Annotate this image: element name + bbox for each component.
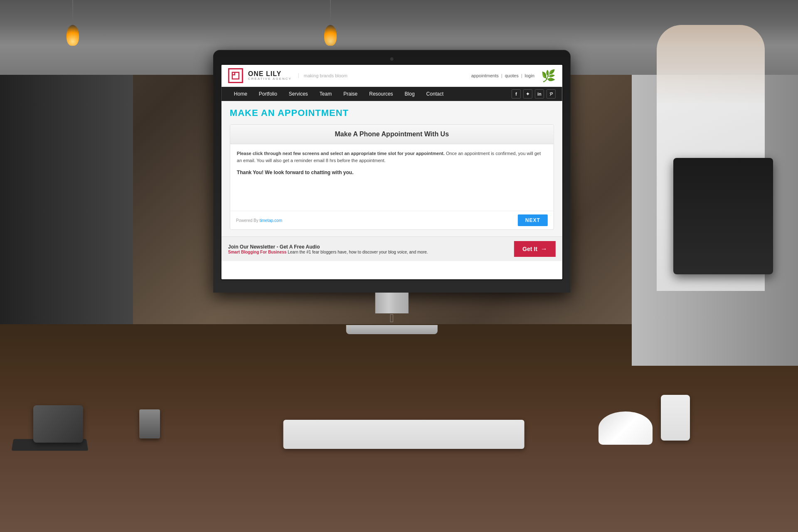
imac-bezel: ONE LILY CREATIVE AGENCY making brands b…: [213, 50, 571, 293]
newsletter-sub-bold: Smart Blogging For Business: [228, 250, 287, 254]
login-link[interactable]: login: [525, 73, 534, 78]
nav-blog[interactable]: Blog: [399, 87, 421, 101]
page-content: MAKE AN APPOINTMENT Make A Phone Appoint…: [222, 101, 562, 236]
earbuds-object: [598, 411, 653, 445]
newsletter-text: Join Our Newsletter - Get A Free Audio S…: [228, 244, 510, 254]
nav-contact[interactable]: Contact: [421, 87, 449, 101]
appointment-box: Make A Phone Appointment With Us Please …: [230, 124, 554, 230]
website: ONE LILY CREATIVE AGENCY making brands b…: [222, 65, 562, 279]
nav-social: f ✦ in 𝓟: [512, 89, 556, 99]
imac-outer: ONE LILY CREATIVE AGENCY making brands b…: [213, 50, 571, 334]
svg-rect-0: [232, 72, 239, 79]
arrow-icon: →: [541, 245, 547, 253]
imac-stand-base: [346, 325, 438, 334]
page-title: MAKE AN APPOINTMENT: [230, 108, 554, 118]
nav-services[interactable]: Services: [283, 87, 314, 101]
logo-icon: [228, 68, 243, 83]
phone-object: [661, 395, 690, 441]
laptop-object: [673, 158, 773, 274]
nav-bar: Home Portfolio Services Team Praise Reso…: [222, 87, 562, 101]
logo-text: ONE LILY CREATIVE AGENCY: [248, 70, 292, 81]
get-it-button[interactable]: Get It →: [514, 241, 556, 257]
camera-object: [33, 405, 83, 443]
logo-tagline: making brands bloom: [298, 73, 347, 78]
logo-svg: [232, 71, 240, 80]
website-header: ONE LILY CREATIVE AGENCY making brands b…: [222, 65, 562, 87]
appointment-footer: Powered By timetap.com NEXT: [230, 211, 554, 229]
twitter-icon[interactable]: ✦: [523, 89, 532, 99]
nav-home[interactable]: Home: [228, 87, 253, 101]
apple-logo: : [213, 312, 571, 325]
leaf-logo-icon: 🌿: [541, 69, 556, 83]
linkedin-icon[interactable]: in: [535, 89, 544, 99]
next-button[interactable]: NEXT: [518, 214, 548, 226]
facebook-icon[interactable]: f: [512, 89, 521, 99]
logo-area: ONE LILY CREATIVE AGENCY making brands b…: [228, 68, 347, 83]
pinterest-icon[interactable]: 𝓟: [547, 89, 556, 99]
appointments-link[interactable]: appointments: [471, 73, 499, 78]
newsletter-bar: Join Our Newsletter - Get A Free Audio S…: [222, 236, 562, 261]
timetap-link[interactable]: timetap.com: [260, 218, 282, 223]
quotes-link[interactable]: quotes: [505, 73, 519, 78]
nav-resources[interactable]: Resources: [363, 87, 399, 101]
ceiling-light-left: [66, 0, 79, 46]
get-it-label: Get It: [522, 246, 537, 252]
imac-stand-neck: [375, 293, 409, 313]
left-wall: [0, 75, 133, 324]
appointment-intro: Please click through next few screens an…: [237, 150, 547, 164]
powered-by-label: Powered By: [236, 218, 259, 223]
appointment-header: Make A Phone Appointment With Us: [230, 125, 554, 144]
appointment-body: Please click through next few screens an…: [230, 144, 554, 211]
separator-2: |: [521, 73, 522, 78]
imac: ONE LILY CREATIVE AGENCY making brands b…: [213, 50, 571, 334]
appointment-thanks: Thank You! We look forward to chatting w…: [237, 170, 547, 175]
logo-sub: CREATIVE AGENCY: [248, 77, 292, 81]
powered-by: Powered By timetap.com: [236, 218, 282, 223]
newsletter-main-label: Join Our Newsletter - Get A Free Audio: [228, 244, 510, 250]
logo-name: ONE LILY: [248, 70, 292, 78]
keyboard: [283, 420, 525, 449]
nav-links: Home Portfolio Services Team Praise Reso…: [228, 87, 449, 101]
separator-1: |: [501, 73, 502, 78]
watch-object: [139, 409, 160, 438]
newsletter-sub-rest: Learn the #1 fear bloggers have, how to …: [288, 250, 428, 254]
newsletter-sub: Smart Blogging For Business Learn the #1…: [228, 250, 510, 254]
ceiling-light-right: [324, 0, 337, 46]
nav-portfolio[interactable]: Portfolio: [253, 87, 283, 101]
intro-bold: Please click through next few screens an…: [237, 151, 445, 156]
imac-camera: [390, 57, 394, 61]
nav-praise[interactable]: Praise: [337, 87, 363, 101]
nav-team[interactable]: Team: [314, 87, 337, 101]
top-links: appointments | quotes | login 🌿: [471, 69, 556, 83]
imac-screen: ONE LILY CREATIVE AGENCY making brands b…: [221, 64, 563, 280]
